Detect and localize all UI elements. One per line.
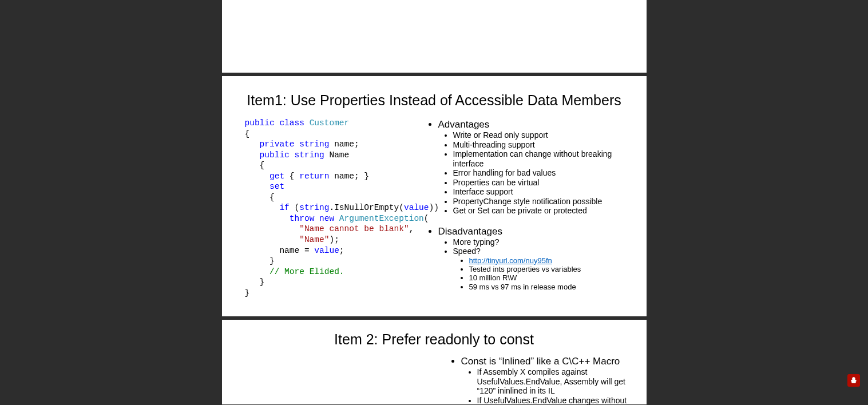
- advantages-heading: Advantages: [438, 119, 624, 130]
- slide2-sub-item: If UsefulValues.EndValue changes without: [477, 396, 629, 405]
- code-block: public class Customer { private string n…: [245, 118, 417, 298]
- adv-item: Properties can be virtual: [453, 178, 624, 188]
- slide-prev-partial: [222, 0, 647, 73]
- adv-item: Interface support: [453, 187, 624, 197]
- slide-item2: Item 2: Prefer readonly to const Const i…: [222, 320, 647, 404]
- slide1-bullets: Advantages Write or Read only support Mu…: [428, 118, 624, 298]
- adv-item: PropertyChange style notification possib…: [453, 197, 624, 207]
- speed-sub-item: 59 ms vs 97 ms in release mode: [469, 283, 624, 291]
- speed-sub-item: Tested ints properties vs variables: [469, 265, 624, 273]
- dis-item: Speed?: [453, 247, 624, 256]
- slide2-point: Const is “Inlined” like a C\C++ Macro: [461, 356, 629, 367]
- adobe-pdf-icon[interactable]: [847, 374, 860, 387]
- adv-item: Write or Read only support: [453, 130, 624, 140]
- adv-item: Get or Set can be private or protected: [453, 206, 624, 216]
- speed-link[interactable]: http://tinyurl.com/nuy95fn: [469, 256, 552, 265]
- speed-sub-item: 10 million R\W: [469, 273, 624, 282]
- pdf-viewer[interactable]: Item1: Use Properties Instead of Accessi…: [0, 0, 868, 405]
- adv-item: Error handling for bad values: [453, 168, 624, 178]
- slide2-sub-item: If Assembly X compiles against UsefulVal…: [477, 367, 629, 396]
- slide-item1: Item1: Use Properties Instead of Accessi…: [222, 76, 647, 316]
- disadvantages-heading: Disadvantages: [438, 226, 624, 237]
- speed-link-item: http://tinyurl.com/nuy95fn: [469, 256, 624, 265]
- adv-item: Multi-threading support: [453, 140, 624, 150]
- slide2-bullets: Const is “Inlined” like a C\C++ Macro If…: [239, 356, 629, 405]
- slide1-title: Item1: Use Properties Instead of Accessi…: [245, 92, 624, 109]
- dis-item: More typing?: [453, 237, 624, 247]
- adv-item: Implementation can change without breaki…: [453, 149, 624, 168]
- slide2-title: Item 2: Prefer readonly to const: [239, 331, 629, 348]
